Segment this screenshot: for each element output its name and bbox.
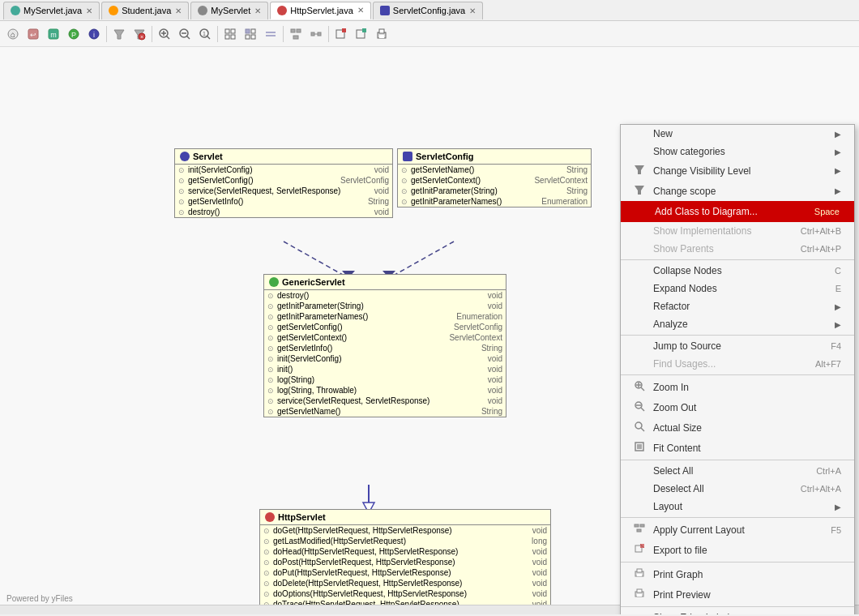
menu-item-change-visibility[interactable]: Change Visibility Level ▶ xyxy=(621,160,854,181)
fit-content-icon xyxy=(634,441,647,455)
menu-item-jump-to-source[interactable]: Jump to Source F4 xyxy=(621,337,854,355)
toolbar-btn-zoom-reset[interactable]: 1 xyxy=(195,24,215,44)
menu-item-expand-nodes[interactable]: Expand Nodes E xyxy=(621,280,854,297)
svg-rect-31 xyxy=(251,35,255,39)
uml-box-servlet[interactable]: Servlet ⊙ init(ServletConfig) void ⊙ get… xyxy=(174,148,393,218)
gs-method-10: ⊙ log(String, Throwable) void xyxy=(264,385,506,396)
gs-method-9: ⊙ log(String) void xyxy=(264,374,506,385)
menu-item-show-edge-labels[interactable]: ✓ Show Edge Labels xyxy=(621,609,854,614)
menu-item-analyze[interactable]: Analyze ▶ xyxy=(621,315,854,333)
sc-method-icon-1: ⊙ xyxy=(401,166,409,174)
svg-rect-76 xyxy=(637,574,642,576)
menu-item-zoom-in[interactable]: Zoom In xyxy=(621,377,854,397)
uml-box-genericservlet[interactable]: GenericServlet ⊙ destroy() void ⊙ getIni… xyxy=(263,274,506,417)
menu-sep-2 xyxy=(621,335,854,336)
svg-rect-68 xyxy=(635,524,639,527)
svg-rect-36 xyxy=(293,36,298,39)
svg-line-58 xyxy=(641,387,644,391)
svg-text:×: × xyxy=(140,34,143,40)
gs-method-icon-1: ⊙ xyxy=(267,292,276,300)
hs-method-icon-4: ⊙ xyxy=(263,558,271,567)
sc-method-2: ⊙ getServletContext() ServletContext xyxy=(398,175,591,186)
main-area: Servlet ⊙ init(ServletConfig) void ⊙ get… xyxy=(0,47,859,614)
gs-method-icon-6: ⊙ xyxy=(267,344,276,353)
gs-method-3: ⊙ getInitParameterNames() Enumeration xyxy=(264,311,506,322)
menu-item-show-parents[interactable]: Show Parents Ctrl+Alt+P xyxy=(621,240,854,258)
gs-method-11: ⊙ service(ServletRequest, ServletRespons… xyxy=(264,396,506,406)
context-menu: New ▶ Show categories ▶ Change Visibilit… xyxy=(620,124,855,614)
toolbar-btn-import[interactable] xyxy=(352,24,371,44)
menu-item-add-class[interactable]: Add Class to Diagram... Space xyxy=(621,201,854,222)
menu-item-show-implementations[interactable]: Show Implementations Ctrl+Alt+B xyxy=(621,222,854,240)
toolbar-btn-grid3[interactable] xyxy=(261,24,280,44)
menu-item-print-graph[interactable]: Print Graph xyxy=(621,564,854,584)
uml-box-servletconfig[interactable]: ServletConfig ⊙ getServletName() String … xyxy=(397,148,592,207)
tab-student-java[interactable]: Student.java ✕ xyxy=(101,2,189,19)
toolbar-btn-print[interactable] xyxy=(372,24,391,44)
svg-rect-30 xyxy=(246,35,250,39)
uml-header-servlet: Servlet xyxy=(175,149,392,165)
toolbar-btn-back[interactable]: ⌂ xyxy=(3,24,23,44)
gs-method-2: ⊙ getInitParameter(String) void xyxy=(264,301,506,311)
menu-item-show-categories[interactable]: Show categories ▶ xyxy=(621,143,854,160)
svg-marker-10 xyxy=(114,30,124,39)
uml-header-httpservlet: HttpServlet xyxy=(260,510,550,525)
servlet-method-4: ⊙ getServletInfo() String xyxy=(175,196,392,207)
change-visibility-arrow: ▶ xyxy=(835,166,841,175)
menu-item-deselect-all[interactable]: Deselect All Ctrl+Alt+A xyxy=(621,480,854,498)
tab-close-servletconfig-java[interactable]: ✕ xyxy=(469,6,476,15)
menu-item-refactor[interactable]: Refactor ▶ xyxy=(621,297,854,315)
svg-rect-26 xyxy=(225,35,229,39)
toolbar-btn-filter1[interactable] xyxy=(109,24,129,44)
toolbar-btn-grid1[interactable] xyxy=(220,24,240,44)
menu-item-change-scope[interactable]: Change scope ▶ xyxy=(621,181,854,201)
menu-item-collapse-nodes[interactable]: Collapse Nodes C xyxy=(621,262,854,280)
menu-item-new[interactable]: New ▶ xyxy=(621,125,854,143)
menu-item-export[interactable]: Export to file xyxy=(621,540,854,560)
scope-filter-icon xyxy=(634,184,647,198)
tab-servletconfig-java[interactable]: ServletConfig.java ✕ xyxy=(373,2,483,19)
menu-item-select-all[interactable]: Select All Ctrl+A xyxy=(621,462,854,480)
uml-box-httpservlet[interactable]: HttpServlet ⊙ doGet(HttpServletRequest, … xyxy=(259,509,551,610)
tab-icon-httpservlet-java xyxy=(277,6,287,15)
tab-close-student-java[interactable]: ✕ xyxy=(175,6,182,15)
toolbar-btn-info[interactable]: i xyxy=(84,24,104,44)
menu-item-zoom-out[interactable]: Zoom Out xyxy=(621,397,854,417)
method-icon-4: ⊙ xyxy=(178,198,186,206)
svg-line-19 xyxy=(186,36,190,39)
tab-close-httpservlet-java[interactable]: ✕ xyxy=(357,6,364,15)
gs-method-icon-9: ⊙ xyxy=(267,376,276,384)
toolbar-btn-filter2[interactable]: × xyxy=(130,24,149,44)
menu-item-find-usages[interactable]: Find Usages... Alt+F7 xyxy=(621,355,854,373)
menu-item-layout[interactable]: Layout ▶ xyxy=(621,498,854,515)
svg-text:1: 1 xyxy=(203,31,206,36)
tab-myservlet[interactable]: MyServlet ✕ xyxy=(190,2,268,19)
toolbar-btn-zoom-in[interactable] xyxy=(155,24,174,44)
hs-method-7: ⊙ doOptions(HttpServletRequest, HttpServ… xyxy=(260,588,550,599)
menu-item-actual-size[interactable]: Actual Size xyxy=(621,417,854,438)
tab-myservlet-java[interactable]: MyServlet.java ✕ xyxy=(3,2,100,19)
toolbar-btn-layout1[interactable] xyxy=(286,24,306,44)
toolbar-btn-refresh[interactable]: ↩ xyxy=(24,24,43,44)
toolbar-sep-5 xyxy=(328,26,329,42)
svg-marker-56 xyxy=(635,186,644,195)
menu-sep-6 xyxy=(621,562,854,563)
tab-httpservlet-java[interactable]: HttpServlet.java ✕ xyxy=(270,2,371,19)
menu-item-print-preview[interactable]: Print Preview xyxy=(621,584,854,605)
menu-item-apply-layout[interactable]: Apply Current Layout F5 xyxy=(621,520,854,540)
menu-sep-7 xyxy=(621,606,854,607)
gs-method-icon-10: ⊙ xyxy=(267,387,276,395)
toolbar-btn-grid2[interactable] xyxy=(241,24,260,44)
hs-method-4: ⊙ doPost(HttpServletRequest, HttpServlet… xyxy=(260,557,550,567)
tab-label-myservlet: MyServlet xyxy=(211,6,250,15)
toolbar-btn-export[interactable] xyxy=(331,24,351,44)
toolbar-sep-1 xyxy=(106,26,107,42)
menu-item-fit-content[interactable]: Fit Content xyxy=(621,438,854,458)
diagram-area[interactable]: Servlet ⊙ init(ServletConfig) void ⊙ get… xyxy=(0,47,859,614)
tab-close-myservlet-java[interactable]: ✕ xyxy=(86,6,92,15)
tab-close-myservlet[interactable]: ✕ xyxy=(254,6,261,15)
toolbar-btn-p[interactable]: P xyxy=(64,24,83,44)
toolbar-btn-m[interactable]: m xyxy=(44,24,63,44)
toolbar-btn-layout2[interactable] xyxy=(306,24,326,44)
toolbar-btn-zoom-out[interactable] xyxy=(175,24,194,44)
